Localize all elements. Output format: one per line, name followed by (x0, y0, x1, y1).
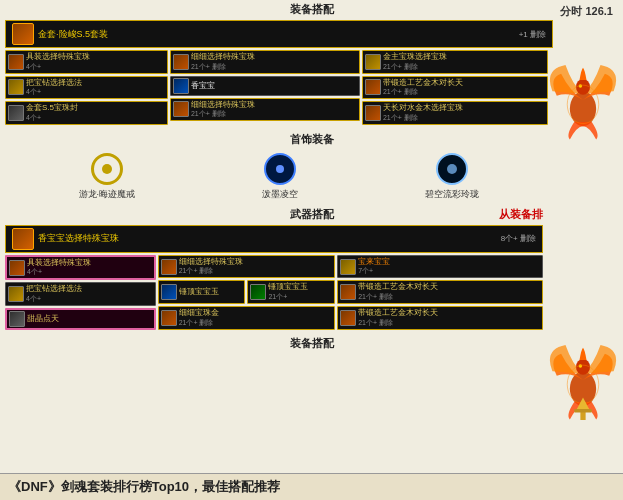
equip-sub: 4个+ (27, 267, 91, 277)
equip-icon (365, 105, 381, 121)
equip-text: 细细选择特殊宝珠 (191, 100, 255, 110)
equip-icon (340, 259, 356, 275)
equip-icon (340, 284, 356, 300)
equip-sub: 7个+ (358, 266, 390, 276)
equip-slot: 具装选择特殊宝珠 4个+ (5, 255, 156, 281)
equip-slot: 香宝宝 (170, 76, 360, 96)
bottom-banner-icon (12, 228, 34, 250)
top-left-col: 具装选择特殊宝珠 4个+ 把宝钻选择选法 4个+ (5, 50, 168, 127)
equip-text: 细细宝珠金 (179, 308, 219, 318)
equip-sub: 21个+ 删除 (383, 62, 447, 72)
equip-icon (365, 54, 381, 70)
equip-text: 具装选择特殊宝珠 (26, 52, 90, 62)
equip-text: 宝来宝宝 (358, 257, 390, 267)
equip-slot: 天长对水金木选择宝珠 21个+ 删除 (362, 101, 548, 125)
section3-header: 武器搭配 从装备排 (0, 205, 623, 224)
equip-sub: 21个+ 删除 (191, 109, 255, 119)
equip-sub: 21个+ 删除 (358, 318, 438, 328)
section3-title: 武器搭配 (290, 205, 334, 224)
bottom-banner: 香宝宝选择特殊宝珠 8个+ 删除 (5, 225, 543, 253)
weapon-item-1: 游龙·晦迹魔戒 (79, 153, 136, 201)
equip-text: 锤顶宝宝玉 (268, 282, 308, 292)
section4-title: 装备搭配 (0, 334, 623, 353)
bottom-note: 从装备排 (499, 207, 543, 222)
bottom-banner-text: 香宝宝选择特殊宝珠 (38, 232, 497, 245)
equip-slot: 细细选择特殊宝珠 21个+ 删除 (170, 50, 360, 74)
top-banner-plus: +1 删除 (519, 29, 546, 40)
equip-slot: 锤顶宝宝玉 (158, 280, 246, 304)
equip-sub: 21个+ 删除 (383, 113, 463, 123)
equip-icon (173, 54, 189, 70)
equip-icon (8, 54, 24, 70)
weapon-item-2: 泼墨凌空 (262, 153, 298, 201)
equip-slot: 细细宝珠金 21个+ 删除 (158, 306, 336, 330)
equip-slot: 宝来宝宝 7个+ (337, 255, 543, 279)
equip-icon (250, 284, 266, 300)
weapon-item-3: 碧空流彩玲珑 (425, 153, 479, 201)
equip-sub: 4个+ (26, 87, 82, 97)
equip-sub: 21个+ 删除 (358, 292, 438, 302)
svg-point-5 (576, 359, 590, 375)
weapon-label-1: 游龙·晦迹魔戒 (79, 188, 136, 201)
equip-sub: 4个+ (26, 113, 78, 123)
top-banner-icon (12, 23, 34, 45)
svg-rect-10 (574, 409, 592, 413)
equip-icon (9, 311, 25, 327)
weapon-label-3: 碧空流彩玲珑 (425, 188, 479, 201)
equip-sub: 21个+ (268, 292, 308, 302)
equip-slot: 金套S.5宝珠封 4个+ (5, 101, 168, 125)
equip-text: 香宝宝 (191, 81, 215, 91)
phoenix-top (548, 60, 618, 140)
equip-sub: 21个+ 删除 (179, 266, 243, 276)
bottom-right-col: 宝来宝宝 7个+ 带锻造工艺金木对长天 21个+ 删除 (337, 255, 543, 332)
equip-sub: 4个+ (26, 294, 82, 304)
top-mid-col: 细细选择特殊宝珠 21个+ 删除 香宝宝 细细选择特殊宝珠 (170, 50, 360, 127)
equip-sub: 21个+ 删除 (191, 62, 255, 72)
top-banner-text: 金套·险峻S.5套装 (38, 28, 515, 41)
equip-text: 具装选择特殊宝珠 (27, 258, 91, 268)
svg-point-1 (576, 79, 590, 95)
equip-text: 带锻造工艺金木对长天 (383, 78, 463, 88)
weapon-section: 游龙·晦迹魔戒 泼墨凌空 碧空流彩玲珑 (0, 149, 623, 205)
ring-icon-1 (91, 153, 123, 185)
equip-text: 细细选择特殊宝珠 (191, 52, 255, 62)
equip-icon (173, 78, 189, 94)
equip-sub: 21个+ 删除 (179, 318, 219, 328)
equip-text: 天长对水金木选择宝珠 (383, 103, 463, 113)
top-banner: 金套·险峻S.5套装 +1 删除 (5, 20, 553, 48)
equip-text: 把宝钻选择选法 (26, 78, 82, 88)
bottom-left-col: 具装选择特殊宝珠 4个+ 把宝钻选择选法 4个+ (5, 255, 156, 332)
ring-icon-3 (436, 153, 468, 185)
main-container: 分时 126.1 装备搭配 金套·险峻S.5套装 +1 删除 具装选择特殊宝珠 … (0, 0, 623, 500)
equip-slot: 甜晶点天 (5, 308, 156, 330)
equip-icon (340, 310, 356, 326)
bottom-banner-plus: 8个+ 删除 (501, 233, 536, 244)
equip-slot: 锤顶宝宝玉 21个+ (247, 280, 335, 304)
svg-point-0 (570, 91, 596, 126)
bottom-mid-col: 细细选择特殊宝珠 21个+ 删除 锤顶宝宝玉 (158, 255, 336, 332)
equip-slot: 把宝钻选择选法 4个+ (5, 282, 156, 306)
equip-icon (8, 286, 24, 302)
page-title: 《DNF》剑魂套装排行榜Top10，最佳搭配推荐 (0, 473, 623, 500)
equip-slot: 细细选择特殊宝珠 21个+ 删除 (158, 255, 336, 279)
equip-slot: 带锻造工艺金木对长天 21个+ 删除 (337, 306, 543, 330)
equip-icon (8, 79, 24, 95)
section1-title: 装备搭配 (0, 0, 623, 19)
equip-slot: 细细选择特殊宝珠 21个+ 删除 (170, 98, 360, 122)
equip-sub: 4个+ (26, 62, 90, 72)
weapon-label-2: 泼墨凌空 (262, 188, 298, 201)
equip-text: 锤顶宝宝玉 (179, 287, 219, 297)
equip-text: 金套S.5宝珠封 (26, 103, 78, 113)
score-display: 分时 126.1 (560, 4, 613, 19)
top-right-col: 金主宝珠选择宝珠 21个+ 删除 带锻造工艺金木对长天 21个+ 删除 (362, 50, 548, 127)
equip-icon (161, 310, 177, 326)
equip-text: 带锻造工艺金木对长天 (358, 282, 438, 292)
equip-icon (8, 105, 24, 121)
equip-text: 甜晶点天 (27, 314, 59, 324)
phoenix-bottom (548, 340, 618, 420)
equip-sub: 21个+ 删除 (383, 87, 463, 97)
equip-text: 细细选择特殊宝珠 (179, 257, 243, 267)
equip-icon (365, 79, 381, 95)
equip-slot: 带锻造工艺金木对长天 21个+ 删除 (362, 76, 548, 100)
equip-slot: 把宝钻选择选法 4个+ (5, 76, 168, 100)
